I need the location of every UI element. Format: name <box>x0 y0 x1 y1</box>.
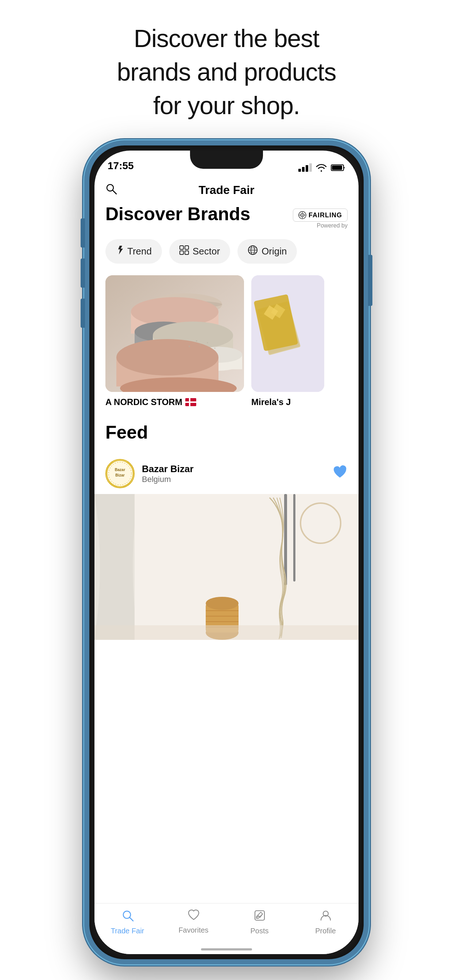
status-icons <box>298 163 345 172</box>
status-time: 17:55 <box>108 160 134 172</box>
app-content: Trade Fair Discover Brands <box>94 176 359 954</box>
powered-by: FAIRLING Powered by <box>293 207 348 229</box>
denmark-flag <box>185 398 196 406</box>
sector-label: Sector <box>193 246 220 257</box>
svg-point-38 <box>188 345 190 347</box>
svg-point-34 <box>116 339 219 375</box>
nav-profile[interactable]: Profile <box>292 909 359 935</box>
nav-trade-fair[interactable]: Trade Fair <box>94 909 161 935</box>
svg-text:Bizar: Bizar <box>115 473 125 477</box>
trend-icon <box>116 245 124 258</box>
svg-rect-1 <box>332 165 342 170</box>
fairling-logo-icon <box>298 211 306 219</box>
feed-image <box>94 494 359 640</box>
svg-text:Bazar: Bazar <box>115 468 125 472</box>
svg-rect-69 <box>255 911 265 920</box>
bottom-nav: Trade Fair Favorites <box>94 903 359 954</box>
fairling-text: FAIRLING <box>309 212 342 219</box>
svg-point-37 <box>200 344 201 345</box>
favorites-icon <box>187 909 200 924</box>
powered-by-text: Powered by <box>317 223 348 229</box>
brand-card-name-nordic: A NORDIC STORM <box>105 397 244 407</box>
filter-sector[interactable]: Sector <box>169 239 230 264</box>
bazar-bizar-avatar: Bazar Bizar <box>106 459 134 488</box>
profile-icon <box>319 909 332 924</box>
phone-screen: 17:55 <box>94 151 359 954</box>
discover-brands-header: Discover Brands FAIRLING <box>105 204 348 229</box>
svg-rect-10 <box>180 251 183 255</box>
brand-avatar: Bazar Bizar <box>105 459 135 488</box>
nav-favorites-label: Favorites <box>179 926 208 934</box>
nav-posts[interactable]: Posts <box>226 909 292 935</box>
signal-icon <box>298 163 312 172</box>
filter-trend[interactable]: Trend <box>105 239 162 264</box>
brand-country: Belgium <box>142 475 194 484</box>
tagline-line1: Discover the best <box>134 24 319 52</box>
fairling-logo: FAIRLING <box>293 208 348 222</box>
phone-mockup: 17:55 <box>84 140 369 964</box>
ceramic-bowls-svg <box>105 275 244 392</box>
svg-rect-8 <box>180 246 183 250</box>
wifi-icon <box>316 164 327 172</box>
feed-image-svg <box>94 494 359 640</box>
svg-rect-9 <box>185 246 188 250</box>
feed-item: Bazar Bizar Bazar Bizar Belgium <box>105 453 348 640</box>
nav-favorites[interactable]: Favorites <box>161 909 226 934</box>
svg-line-68 <box>129 917 133 921</box>
brand-card-image-nordic <box>105 275 244 392</box>
scroll-content: Discover Brands FAIRLING <box>94 204 359 640</box>
ceramic-bowls-image <box>105 275 244 392</box>
partial-image-mirela <box>251 275 324 392</box>
brand-card-image-mirela <box>251 275 324 392</box>
brand-card-name-mirela: Mirela's J <box>251 397 324 407</box>
origin-icon <box>248 245 258 258</box>
brand-card-mirela[interactable]: Mirela's J <box>251 275 324 407</box>
svg-point-61 <box>206 597 239 610</box>
battery-icon <box>331 164 345 172</box>
svg-line-3 <box>113 190 116 194</box>
header-search-icon[interactable] <box>105 183 117 197</box>
phone-frame: 17:55 <box>84 140 369 964</box>
sector-icon <box>179 245 189 258</box>
notch <box>190 151 263 169</box>
tagline-line3: for your shop. <box>153 92 300 119</box>
svg-rect-11 <box>185 251 188 255</box>
svg-point-40 <box>214 347 215 349</box>
feed-item-header: Bazar Bizar Bazar Bizar Belgium <box>105 453 348 494</box>
brand-cards: A NORDIC STORM <box>94 275 359 407</box>
svg-rect-55 <box>135 494 359 640</box>
discover-brands-title: Discover Brands <box>105 204 250 224</box>
svg-point-22 <box>131 297 219 326</box>
posts-icon <box>254 909 266 924</box>
nav-profile-label: Profile <box>315 927 336 935</box>
trade-fair-icon <box>121 909 134 924</box>
nav-trade-fair-label: Trade Fair <box>111 927 144 935</box>
nav-posts-label: Posts <box>250 927 268 935</box>
tagline: Discover the best brands and products fo… <box>117 22 336 122</box>
filter-origin[interactable]: Origin <box>238 239 297 264</box>
app-header: Trade Fair <box>94 176 359 204</box>
brand-card-nordic[interactable]: A NORDIC STORM <box>105 275 244 407</box>
tagline-line2: brands and products <box>117 58 336 86</box>
filter-pills: Trend Sector <box>105 239 348 264</box>
svg-point-39 <box>207 342 208 344</box>
trend-label: Trend <box>127 246 152 257</box>
brand-details: Bazar Bizar Belgium <box>142 463 194 484</box>
svg-rect-66 <box>94 625 359 640</box>
svg-rect-57 <box>293 494 295 582</box>
svg-point-36 <box>196 340 197 342</box>
brand-name: Bazar Bizar <box>142 463 194 475</box>
brand-info: Bazar Bizar Bazar Bizar Belgium <box>105 459 194 488</box>
like-button[interactable] <box>332 465 348 482</box>
origin-label: Origin <box>262 246 287 257</box>
mirela-image-svg <box>251 275 324 392</box>
feed-title: Feed <box>105 422 348 443</box>
header-title: Trade Fair <box>199 183 255 197</box>
home-indicator <box>201 948 252 950</box>
